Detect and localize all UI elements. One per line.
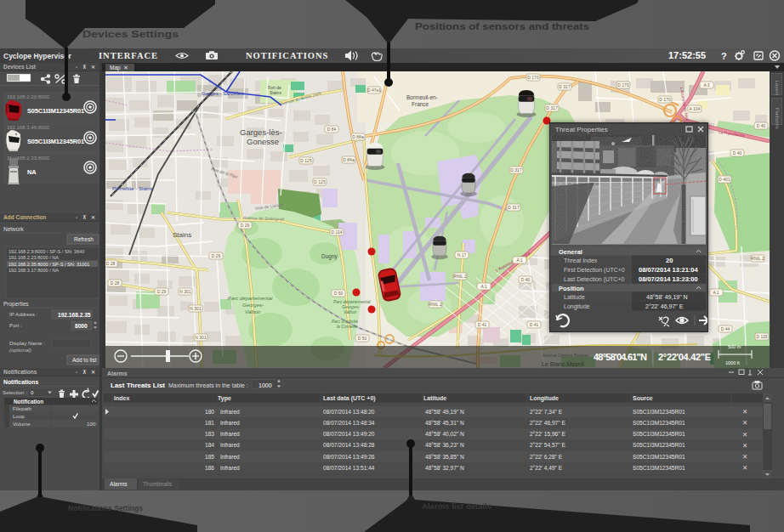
svg-text:Positions of sensors and threa: Positions of sensors and threats: [415, 21, 589, 31]
svg-text:Devices Settings: Devices Settings: [82, 29, 179, 39]
svg-text:Notifications Settings: Notifications Settings: [68, 504, 143, 512]
svg-text:Alarms list details: Alarms list details: [422, 502, 491, 511]
